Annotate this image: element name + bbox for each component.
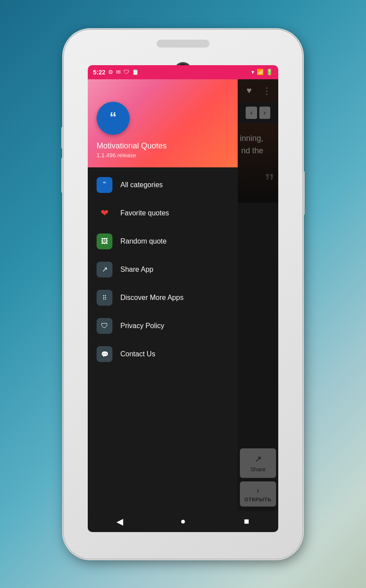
wifi-icon: ▾: [251, 69, 254, 75]
drawer-header: “ Motivational Quotes 1.1.496.release: [88, 79, 238, 167]
app-name: Motivational Quotes: [97, 141, 229, 151]
share-icon-symbol: ↗: [102, 265, 108, 274]
menu-label-favorite-quotes: Favorite quotes: [120, 209, 169, 217]
drawer-scrim[interactable]: [238, 79, 278, 511]
menu-item-share-app[interactable]: ↗ Share App: [88, 255, 238, 284]
home-button[interactable]: ●: [174, 513, 192, 530]
share-icon: ↗: [97, 262, 112, 277]
status-bar: 5:22 ⚙ ✉ 🛡 📋 ▾ 📶 🔋: [88, 65, 278, 79]
back-button[interactable]: ◀: [111, 513, 128, 530]
navigation-drawer: “ Motivational Quotes 1.1.496.release “ …: [88, 79, 238, 511]
menu-label-contact-us: Contact Us: [120, 350, 155, 358]
menu-label-privacy-policy: Privacy Policy: [120, 322, 164, 330]
shield-icon: 🛡: [123, 69, 129, 75]
signal-icon: 📶: [257, 69, 264, 75]
heart-icon: ❤: [101, 207, 108, 219]
menu-item-privacy-policy[interactable]: 🛡 Privacy Policy: [88, 312, 238, 340]
sim-icon: 📋: [132, 69, 139, 75]
privacy-icon: 🛡: [97, 318, 112, 334]
recents-button[interactable]: ■: [238, 513, 255, 530]
categories-icon-symbol: “: [103, 180, 106, 189]
favorites-icon-container: ❤: [97, 205, 112, 221]
menu-label-discover-more: Discover More Apps: [120, 294, 183, 302]
menu-item-random-quote[interactable]: 🖼 Random quote: [88, 227, 238, 255]
menu-item-all-categories[interactable]: “ All categories: [88, 171, 238, 199]
menu-item-contact-us[interactable]: 💬 Contact Us: [88, 340, 238, 368]
volume-up-button: [61, 127, 64, 149]
home-icon: ●: [180, 516, 186, 526]
random-icon: 🖼: [97, 233, 112, 249]
top-notch: [157, 40, 209, 48]
settings-icon: ⚙: [108, 69, 113, 75]
contact-icon: 💬: [97, 346, 112, 362]
menu-item-discover-more[interactable]: ⠿ Discover More Apps: [88, 284, 238, 312]
gmail-icon: ✉: [116, 69, 121, 75]
screen-body: “ Motivational Quotes 1.1.496.release “ …: [88, 79, 278, 511]
phone-screen: 5:22 ⚙ ✉ 🛡 📋 ▾ 📶 🔋 “ Moti: [88, 65, 278, 532]
drawer-menu: “ All categories ❤ Favorite quotes: [88, 167, 238, 372]
contact-icon-symbol: 💬: [101, 351, 108, 358]
discover-icon-symbol: ⠿: [102, 294, 107, 301]
power-button: [302, 171, 305, 215]
status-time: 5:22: [93, 69, 105, 76]
categories-icon: “: [97, 177, 112, 193]
menu-label-random-quote: Random quote: [120, 237, 167, 245]
back-icon: ◀: [116, 516, 123, 527]
battery-icon: 🔋: [266, 69, 273, 75]
recents-icon: ■: [244, 516, 249, 526]
menu-item-favorite-quotes[interactable]: ❤ Favorite quotes: [88, 199, 238, 227]
phone-device: 5:22 ⚙ ✉ 🛡 📋 ▾ 📶 🔋 “ Moti: [64, 30, 302, 558]
quote-marks-icon: “: [110, 110, 117, 124]
random-icon-symbol: 🖼: [101, 237, 108, 245]
discover-icon: ⠿: [97, 290, 112, 306]
volume-down-button: [61, 158, 64, 193]
app-version: 1.1.496.release: [97, 152, 229, 159]
menu-label-all-categories: All categories: [120, 181, 163, 189]
app-icon: “: [97, 102, 130, 135]
menu-label-share-app: Share App: [120, 266, 153, 274]
privacy-icon-symbol: 🛡: [101, 322, 108, 330]
navigation-bar: ◀ ● ■: [88, 511, 278, 532]
